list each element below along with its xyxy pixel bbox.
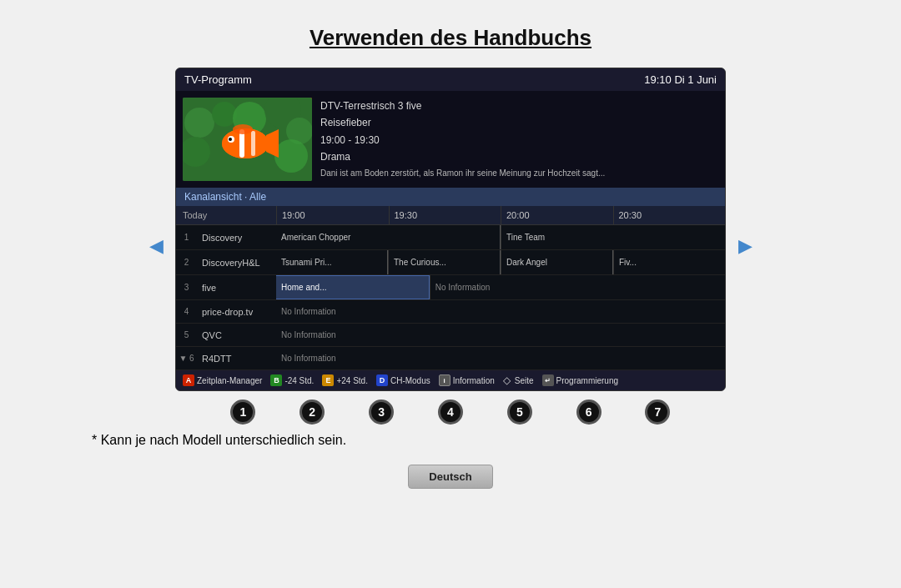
epg-program-tsunami[interactable]: Tsunami Pri... xyxy=(276,250,387,274)
epg-programs-discovery: American Chopper Tine Team xyxy=(276,225,725,249)
badge-return: ↵ xyxy=(542,374,554,386)
svg-point-2 xyxy=(212,102,237,127)
footer-label-zeitplan: Zeitplan-Manager xyxy=(197,376,262,385)
epg-program-fiv[interactable]: Fiv... xyxy=(613,250,725,274)
epg-row-five: 3 five Home and... No Information xyxy=(176,275,725,300)
svg-point-14 xyxy=(229,138,232,141)
preview-fish-image xyxy=(183,98,312,181)
epg-num-1: 1 xyxy=(176,233,197,242)
footer-label-minus24: -24 Std. xyxy=(284,376,314,385)
epg-time-1930: 19:30 xyxy=(389,206,501,224)
tv-datetime: 19:10 Di 1 Juni xyxy=(644,73,717,86)
circle-1: 1 xyxy=(230,400,255,425)
numbered-circles-row: 1 2 3 4 5 6 7 xyxy=(175,400,726,425)
epg-program-curious[interactable]: The Curious... xyxy=(388,250,500,274)
footer-btn-plus24[interactable]: E +24 Std. xyxy=(322,374,368,386)
circle-4: 4 xyxy=(438,400,463,425)
epg-header-channel-col: Today xyxy=(176,206,276,224)
right-arrow-icon: ▶ xyxy=(738,235,753,257)
right-nav-arrow[interactable]: ▶ xyxy=(732,234,758,259)
preview-time: 19:00 - 19:30 xyxy=(320,132,605,148)
svg-point-7 xyxy=(274,139,308,173)
epg-program-american-chopper[interactable]: American Chopper xyxy=(276,225,500,249)
epg-num-2: 2 xyxy=(176,258,197,267)
preview-genre: Drama xyxy=(320,148,605,165)
footer-btn-information[interactable]: i Information xyxy=(439,374,495,386)
epg-row-discovery: 1 Discovery American Chopper Tine Team xyxy=(176,225,725,250)
badge-a: A xyxy=(183,374,194,386)
epg-channel-r4dtt: R4DTT xyxy=(197,350,276,367)
circle-7: 7 xyxy=(645,400,670,425)
epg-time-header: Today 19:00 19:30 20:00 20:30 xyxy=(176,206,725,225)
left-nav-arrow[interactable]: ◀ xyxy=(143,234,169,259)
preview-info: DTV-Terrestrisch 3 five Reisefieber 19:0… xyxy=(320,98,605,180)
epg-num-5: 5 xyxy=(176,330,197,339)
svg-point-1 xyxy=(184,108,214,138)
epg-programs-pricedrop: No Information xyxy=(276,300,725,323)
footer-label-seite: Seite xyxy=(515,376,534,385)
circle-6: 6 xyxy=(576,400,602,425)
footer-label-chmodus: CH-Modus xyxy=(390,376,430,385)
epg-program-qvc-noinfo[interactable]: No Information xyxy=(276,324,725,346)
epg-program-r4dtt-noinfo[interactable]: No Information xyxy=(276,347,725,369)
badge-info: i xyxy=(439,374,450,386)
epg-channel-pricedrop: price-drop.tv xyxy=(197,304,276,320)
epg-program-dark-angel[interactable]: Dark Angel xyxy=(501,250,612,274)
circle-5: 5 xyxy=(507,400,532,425)
epg-num-4: 4 xyxy=(176,307,197,316)
footer-btn-zeitplan[interactable]: A Zeitplan-Manager xyxy=(183,374,262,386)
channel-bar: Kanalansicht · Alle xyxy=(176,188,725,206)
epg-channel-qvc: QVC xyxy=(197,327,276,344)
page-title: Verwenden des Handbuchs xyxy=(310,25,591,51)
epg-time-2030: 20:30 xyxy=(613,206,726,224)
footer-btn-chmodus[interactable]: D CH-Modus xyxy=(376,374,430,386)
epg-channel-five: five xyxy=(197,279,276,296)
epg-row-discoveryhL: 2 DiscoveryH&L Tsunami Pri... The Curiou… xyxy=(176,250,725,275)
epg-program-home[interactable]: Home and... xyxy=(276,275,430,299)
badge-d: D xyxy=(376,374,388,386)
epg-row-qvc: 5 QVC No Information xyxy=(176,324,725,347)
epg-program-five-noinfo[interactable]: No Information xyxy=(430,275,725,299)
preview-description: Dani ist am Boden zerstört, als Ramon ih… xyxy=(320,166,605,180)
tv-preview: DTV-Terrestrisch 3 five Reisefieber 19:0… xyxy=(176,91,725,188)
epg-programs-five: Home and... No Information xyxy=(276,275,725,299)
epg-program-pricedrop-noinfo[interactable]: No Information xyxy=(276,300,725,323)
language-button[interactable]: Deutsch xyxy=(408,465,492,489)
footnote: * Kann je nach Modell unterschiedlich se… xyxy=(92,433,346,448)
circle-2: 2 xyxy=(299,400,325,425)
footer-btn-minus24[interactable]: B -24 Std. xyxy=(270,374,314,386)
footer-label-plus24: +24 Std. xyxy=(336,376,368,385)
svg-rect-11 xyxy=(251,131,255,156)
epg-program-tine-team[interactable]: Tine Team xyxy=(501,225,725,249)
preview-image xyxy=(183,98,312,181)
epg-programs-r4dtt: No Information xyxy=(276,347,725,369)
epg-num-3: 3 xyxy=(176,283,197,292)
tv-footer: A Zeitplan-Manager B -24 Std. E +24 Std.… xyxy=(176,370,725,390)
left-arrow-icon: ◀ xyxy=(149,235,164,257)
epg-channel-discoveryhL: DiscoveryH&L xyxy=(197,254,276,271)
footer-label-information: Information xyxy=(453,376,495,385)
tv-title: TV-Programm xyxy=(184,73,252,86)
circle-3: 3 xyxy=(369,400,394,425)
epg-time-2000: 20:00 xyxy=(501,206,613,224)
footer-btn-programmierung[interactable]: ↵ Programmierung xyxy=(542,374,618,386)
preview-show: Reisefieber xyxy=(320,114,605,131)
epg-num-6: ▼ 6 xyxy=(176,354,197,363)
epg-programs-qvc: No Information xyxy=(276,324,725,346)
epg-row-r4dtt: ▼ 6 R4DTT No Information xyxy=(176,347,725,370)
badge-b: B xyxy=(270,374,282,386)
footer-label-programmierung: Programmierung xyxy=(556,376,618,385)
epg-time-1900: 19:00 xyxy=(276,206,389,224)
svg-point-15 xyxy=(233,124,253,134)
epg-programs-discoveryhL: Tsunami Pri... The Curious... Dark Angel… xyxy=(276,250,725,274)
tv-header: TV-Programm 19:10 Di 1 Juni xyxy=(176,68,725,91)
tv-screen: TV-Programm 19:10 Di 1 Juni xyxy=(175,68,726,391)
epg-row-pricedrop: 4 price-drop.tv No Information xyxy=(176,300,725,324)
epg-grid: Today 19:00 19:30 20:00 20:30 1 Discover… xyxy=(176,206,725,370)
epg-channel-discovery: Discovery xyxy=(197,229,276,246)
footer-btn-seite[interactable]: ◇ Seite xyxy=(503,374,534,386)
preview-channel: DTV-Terrestrisch 3 five xyxy=(320,98,605,114)
badge-e: E xyxy=(322,374,334,386)
badge-diamond: ◇ xyxy=(503,374,511,386)
